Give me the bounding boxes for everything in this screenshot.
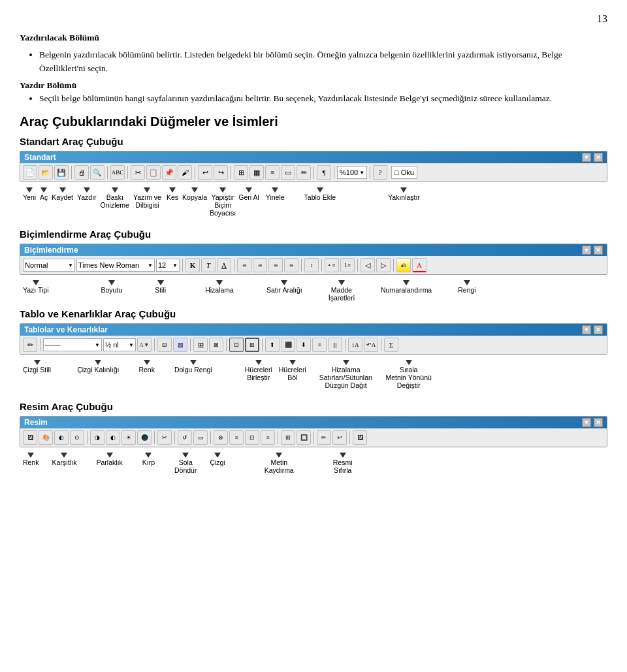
copy-button[interactable]: 📋 bbox=[146, 165, 161, 180]
distribute-rows-button[interactable]: ≡ bbox=[312, 338, 327, 352]
size-dropdown[interactable]: 12 ▼ bbox=[156, 259, 180, 272]
contrast-more-button[interactable]: ◑ bbox=[90, 430, 104, 445]
bullets-button[interactable]: • ≡ bbox=[325, 258, 339, 272]
img-sep5 bbox=[278, 431, 278, 444]
line-style-img-button[interactable]: ▭ bbox=[193, 430, 208, 445]
bold-button[interactable]: K bbox=[185, 258, 200, 272]
brightness-less-button[interactable]: 🌑 bbox=[137, 430, 152, 445]
text-wrapping2-button[interactable]: ⊡ bbox=[245, 430, 259, 445]
crop-button[interactable]: ✂ bbox=[157, 430, 172, 445]
numbering-button[interactable]: 1≡ bbox=[340, 258, 355, 272]
label-geri-al: Geri Al bbox=[238, 187, 259, 217]
sep2 bbox=[107, 166, 108, 179]
insert-table2-button[interactable]: ▦ bbox=[249, 165, 264, 180]
contrast-less-button[interactable]: ◐ bbox=[106, 430, 120, 445]
compress-button[interactable]: ⊗ bbox=[214, 430, 228, 445]
line-spacing-button[interactable]: ↕ bbox=[304, 258, 319, 272]
zoom-dropdown[interactable]: %100 ▼ bbox=[337, 166, 367, 179]
underline-button[interactable]: A bbox=[217, 258, 231, 272]
draw-table-button[interactable]: ✏ bbox=[23, 338, 37, 352]
image-color-button[interactable]: 🎨 bbox=[39, 430, 53, 445]
image-frame-button[interactable]: 🔲 bbox=[297, 430, 311, 445]
sep4 bbox=[195, 166, 195, 179]
open-button[interactable]: 📂 bbox=[39, 165, 53, 180]
crop2-button[interactable]: ⊞ bbox=[281, 430, 295, 445]
sort-button[interactable]: ↕A bbox=[348, 338, 362, 352]
zoom-caret: ▼ bbox=[359, 170, 364, 176]
resim-toolbar: Resim ▼ ✕ 🖼 🎨 ◐ ⊙ ◑ ◐ ☀ 🌑 ✂ ↺ ▭ ⊗ ≡ ⊡ ≡ … bbox=[20, 416, 607, 447]
font-color-button[interactable]: A bbox=[412, 258, 426, 272]
redo-button[interactable]: ↪ bbox=[214, 165, 228, 180]
autosum-button[interactable]: Σ bbox=[384, 338, 398, 352]
increase-indent-button[interactable]: ▷ bbox=[376, 258, 391, 272]
text-direction-button[interactable]: ↶A bbox=[364, 338, 378, 352]
help-button[interactable]: ? bbox=[373, 165, 387, 180]
tbl-sep3 bbox=[190, 338, 191, 351]
align-justify-button[interactable]: ≡ bbox=[284, 258, 298, 272]
paste-button[interactable]: 📌 bbox=[162, 165, 176, 180]
toolbar-close[interactable]: ✕ bbox=[594, 153, 603, 162]
bici-close[interactable]: ✕ bbox=[594, 246, 603, 255]
bici-minimize[interactable]: ▼ bbox=[582, 246, 591, 255]
style-dropdown[interactable]: Normal ▼ bbox=[23, 259, 75, 272]
cols-button[interactable]: ≡ bbox=[265, 165, 280, 180]
resim-minimize[interactable]: ▼ bbox=[582, 418, 591, 427]
drawing-button[interactable]: ✏ bbox=[297, 165, 311, 180]
frame-button[interactable]: ▭ bbox=[281, 165, 295, 180]
text-wrapping-button[interactable]: ≡ bbox=[229, 430, 244, 445]
save-button[interactable]: 💾 bbox=[54, 165, 69, 180]
standart-toolbar-titlebar: Standart ▼ ✕ bbox=[20, 152, 607, 163]
image-insert-button[interactable]: 🖼 bbox=[23, 430, 37, 445]
size-caret: ▼ bbox=[172, 263, 178, 268]
new-button[interactable]: 📄 bbox=[23, 165, 37, 180]
image-watermark-button[interactable]: ⊙ bbox=[70, 430, 84, 445]
print-preview-button[interactable]: 🔍 bbox=[90, 165, 104, 180]
paragraph-marks-button[interactable]: ¶ bbox=[317, 165, 331, 180]
align-center-button[interactable]: ≡ bbox=[253, 258, 267, 272]
label-cizgi-kalinligi: Çizgi Kalınlığı bbox=[77, 360, 119, 389]
shading-button[interactable]: ▨ bbox=[173, 338, 187, 352]
toolbar-minimize[interactable]: ▼ bbox=[582, 153, 591, 162]
line-style-dropdown[interactable]: ─── ▼ bbox=[43, 338, 102, 351]
distribute-cols-button[interactable]: ||| bbox=[328, 338, 342, 352]
resim-close[interactable]: ✕ bbox=[594, 418, 603, 427]
decrease-indent-button[interactable]: ◁ bbox=[361, 258, 375, 272]
cut-button[interactable]: ✂ bbox=[131, 165, 145, 180]
line-weight-dropdown[interactable]: ½ nl ▼ bbox=[103, 338, 136, 351]
tablo-minimize[interactable]: ▼ bbox=[582, 325, 591, 334]
image-grayscale-button[interactable]: ◐ bbox=[54, 430, 69, 445]
italic-button[interactable]: T bbox=[201, 258, 216, 272]
image-reset-button[interactable]: ↩ bbox=[332, 430, 347, 445]
delete-cells-button[interactable]: ⊠ bbox=[209, 338, 223, 352]
brightness-more-button[interactable]: ☀ bbox=[121, 430, 136, 445]
format-painter-button[interactable]: 🖌 bbox=[178, 165, 192, 180]
font-dropdown[interactable]: Times New Roman ▼ bbox=[76, 259, 155, 272]
bicimlendirme-toolbar-body: Normal ▼ Times New Roman ▼ 12 ▼ K T A ≡ … bbox=[20, 256, 607, 274]
spell-check-button[interactable]: ABC bbox=[110, 165, 125, 180]
merge-cells-button[interactable]: ⊡ bbox=[229, 338, 244, 352]
label-yazim-dilbigisi: Yazım veDilbigisi bbox=[133, 187, 161, 217]
borders-button[interactable]: ⊟ bbox=[157, 338, 172, 352]
oku-button[interactable]: □ Oku bbox=[391, 166, 417, 179]
image-draw-button[interactable]: ✏ bbox=[317, 430, 331, 445]
tablo-close[interactable]: ✕ bbox=[594, 325, 603, 334]
align-bottom-button[interactable]: ⬇ bbox=[297, 338, 311, 352]
print-button[interactable]: 🖨 bbox=[74, 165, 89, 180]
highlight-button[interactable]: ab bbox=[396, 258, 411, 272]
resim-toolbar-heading: Resim Araç Çubuğu bbox=[20, 401, 607, 412]
image-format-button[interactable]: 🖼 bbox=[353, 430, 367, 445]
resim-toolbar-name: Resim bbox=[24, 418, 48, 427]
align-top-button[interactable]: ⬆ bbox=[265, 338, 280, 352]
rotate-left-button[interactable]: ↺ bbox=[178, 430, 192, 445]
split-cells-button[interactable]: ⊞ bbox=[245, 338, 259, 352]
align-right-button[interactable]: ≡ bbox=[268, 258, 283, 272]
fmt-sep2 bbox=[234, 259, 234, 272]
align-left-button[interactable]: ≡ bbox=[237, 258, 251, 272]
insert-table-tbl[interactable]: ⊞ bbox=[193, 338, 208, 352]
border-color-button[interactable]: A▼ bbox=[137, 338, 152, 352]
label-satir-araligi: Satır Aralığı bbox=[266, 280, 302, 302]
undo-button[interactable]: ↩ bbox=[198, 165, 212, 180]
insert-table-button[interactable]: ⊞ bbox=[234, 165, 248, 180]
text-wrapping3-button[interactable]: ≡ bbox=[261, 430, 275, 445]
align-middle-button[interactable]: ⬛ bbox=[281, 338, 295, 352]
